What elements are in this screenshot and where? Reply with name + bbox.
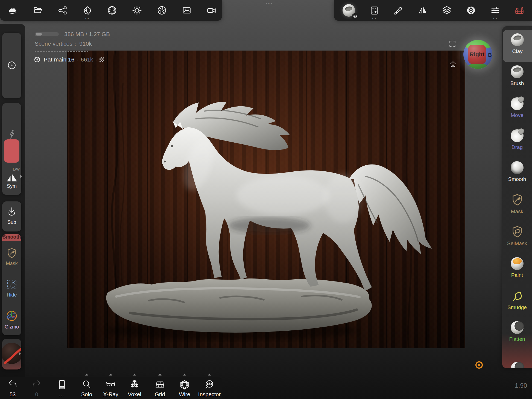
app-menu-button[interactable]: [6, 3, 19, 18]
reset-view-button[interactable]: [449, 60, 457, 68]
solo-magnifier-icon: [82, 380, 92, 389]
sliders-icon: [490, 5, 500, 15]
orientation-sphere[interactable]: Right B: [463, 40, 492, 69]
layers-button[interactable]: [440, 3, 453, 18]
active-layer-chip[interactable]: Pat main 16 · 661k ·: [34, 56, 104, 63]
intensity-slider-handle[interactable]: [4, 139, 19, 163]
lighting-button[interactable]: [130, 3, 144, 18]
settings-button[interactable]: [464, 3, 478, 18]
undo-icon: [8, 380, 17, 389]
brush-icon: [511, 65, 524, 78]
intensity-slider-panel[interactable]: L/W Sym: [2, 103, 21, 195]
stone-icon: [83, 6, 92, 15]
next-tool-partial[interactable]: [511, 362, 524, 368]
wire-button[interactable]: Wire: [173, 377, 196, 399]
gizmo-tool-button[interactable]: Gizmo: [2, 304, 21, 335]
toolbox-button[interactable]: [513, 3, 526, 18]
drag-brush-icon: [511, 129, 524, 142]
radius-icon: [7, 61, 16, 70]
hide-tool-button[interactable]: Hide: [2, 272, 21, 304]
material-disabled-button[interactable]: [2, 339, 21, 369]
tool-label: Smooth: [508, 176, 526, 182]
sub-button[interactable]: Sub: [2, 201, 21, 231]
tool-move[interactable]: Move: [502, 94, 532, 126]
redo-icon: [32, 380, 42, 389]
expand-caret-icon[interactable]: [133, 374, 136, 375]
wireframe-icon: [179, 380, 190, 390]
tool-label: Drag: [511, 144, 523, 150]
expand-arrow-icon[interactable]: [19, 352, 21, 355]
tool-flatten[interactable]: Flatten: [502, 318, 532, 350]
expand-caret-icon[interactable]: [109, 374, 112, 375]
scrolled-tool-peek[interactable]: Smooth: [2, 234, 21, 241]
material-button[interactable]: [106, 3, 119, 18]
layer-separator: ·: [95, 56, 97, 63]
painting-button[interactable]: [392, 3, 405, 18]
memory-usage-text: 386 MB / 1.27 GB: [64, 31, 110, 37]
xray-button[interactable]: X-Ray: [99, 377, 122, 399]
paintbrush-icon: [393, 5, 403, 15]
mask-tool-button[interactable]: Mask: [2, 241, 21, 272]
symmetry-toggle[interactable]: Sym: [2, 183, 21, 189]
mesh-sphere-icon: [34, 56, 40, 63]
background-button[interactable]: [180, 3, 193, 18]
topology-button[interactable]: ...: [81, 3, 94, 18]
active-material-button[interactable]: [341, 3, 356, 18]
tool-paint[interactable]: Paint: [502, 254, 532, 286]
tool-brush[interactable]: Brush: [502, 62, 532, 94]
history-button[interactable]: ...: [50, 377, 73, 399]
tool-drag[interactable]: Drag: [502, 126, 532, 158]
clay-brush-icon: [511, 33, 524, 46]
tool-smudge[interactable]: Smudge: [502, 286, 532, 318]
window-handle-dots[interactable]: •••: [257, 1, 282, 7]
grid-label: Grid: [155, 392, 165, 397]
undo-count: 53: [10, 392, 16, 397]
material-settings-badge[interactable]: [352, 13, 358, 20]
stats-divider: [35, 51, 88, 52]
sculpt-canvas[interactable]: [67, 51, 465, 348]
scene-graph-button[interactable]: [56, 3, 69, 18]
expand-arrow-icon[interactable]: [20, 175, 22, 178]
grid-button[interactable]: Grid: [148, 377, 171, 399]
pivot-bullseye-icon[interactable]: [475, 361, 483, 369]
expand-caret-icon[interactable]: [208, 374, 211, 375]
undo-button[interactable]: 53: [1, 377, 24, 399]
expand-caret-icon[interactable]: [183, 374, 186, 375]
expand-caret-icon[interactable]: [85, 374, 88, 375]
tool-selmask[interactable]: SelMask: [502, 222, 532, 254]
inspector-button[interactable]: Inspector: [198, 377, 221, 399]
postprocess-button[interactable]: [155, 3, 168, 18]
nav-front-label: Right: [470, 51, 484, 58]
tool-smooth[interactable]: Smooth: [502, 158, 532, 190]
nav-front-face[interactable]: Right: [468, 45, 486, 64]
expand-caret-icon[interactable]: [158, 374, 162, 375]
tool-label: Mask: [511, 209, 523, 215]
sub-label: Sub: [2, 219, 21, 225]
tool-clay[interactable]: Clay: [503, 30, 532, 62]
stamps-card-icon: [370, 6, 379, 15]
nav-bottom-face[interactable]: [464, 64, 491, 69]
memory-progress-bar: [35, 32, 59, 36]
radius-slider[interactable]: [2, 33, 21, 98]
gear-icon: [353, 14, 357, 19]
redo-button[interactable]: 0: [25, 377, 48, 399]
nomad-logo-icon: [8, 6, 17, 15]
stamps-button[interactable]: ...: [368, 3, 381, 18]
tool-mask[interactable]: Mask: [502, 190, 532, 222]
toolbar-bottom: 53 0 ... Solo: [0, 377, 222, 399]
intensity-icon: [7, 129, 16, 139]
symmetry-button[interactable]: [416, 3, 429, 18]
zoom-level-value: 1.90: [505, 382, 527, 389]
camera-button[interactable]: [205, 3, 218, 18]
voxel-button[interactable]: Voxel: [123, 377, 146, 399]
overflow-dots: ...: [368, 16, 381, 19]
tool-label: Move: [511, 112, 523, 118]
nav-top-face[interactable]: [463, 40, 492, 49]
solo-button[interactable]: Solo: [75, 377, 98, 399]
interface-button[interactable]: ...: [489, 3, 502, 18]
xray-glasses-icon: [106, 380, 116, 389]
fullscreen-button[interactable]: [449, 40, 456, 48]
files-button[interactable]: [31, 3, 44, 18]
lightning-icon: [7, 129, 16, 139]
left-tool-list: Smooth Mask Hide: [2, 234, 21, 335]
